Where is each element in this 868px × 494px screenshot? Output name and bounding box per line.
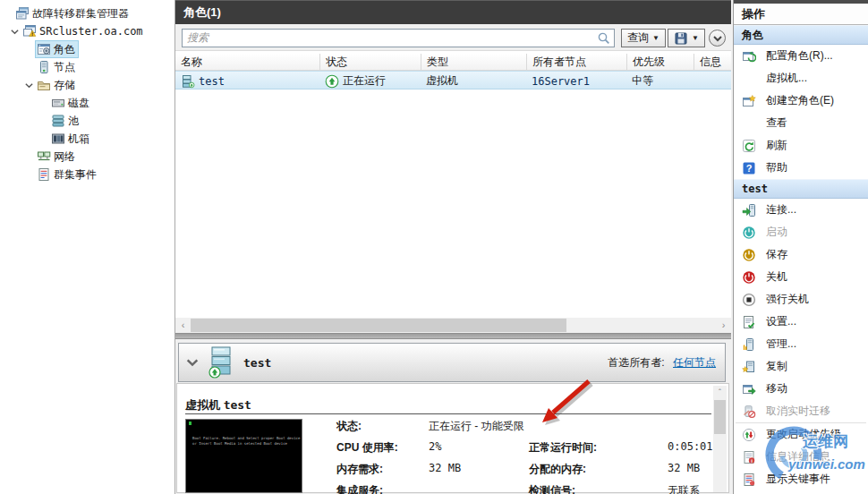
detail-field-label: 正常运行时间: — [529, 440, 597, 456]
table-row[interactable]: test正在运行虚拟机16Server1中等 — [175, 71, 731, 89]
tree-item-磁盘[interactable]: 磁盘 — [0, 94, 174, 112]
collapse-toolbar-button[interactable] — [709, 30, 726, 47]
type-cell: 虚拟机 — [426, 73, 458, 89]
tree-item-池[interactable]: 池 — [0, 112, 174, 130]
tree-expander-spacer — [21, 42, 36, 56]
events-icon — [37, 167, 51, 182]
detail-field-label: 分配的内存: — [529, 462, 586, 477]
detail-field-label: 检测信号: — [529, 483, 575, 494]
vm-details: 虚拟机 test Boot Failure. Reboot and Select… — [176, 383, 729, 493]
tree-item-label: 群集事件 — [54, 167, 97, 183]
tree-item-SRcluster.oa.com[interactable]: SRcluster.oa.com — [0, 22, 174, 40]
roles-table-header: 名称状态类型所有者节点优先级信息 — [175, 54, 731, 71]
action-item-查看[interactable]: 查看 — [734, 112, 868, 134]
column-header-2[interactable]: 状态 — [319, 54, 421, 71]
scrollbar-thumb[interactable] — [191, 319, 566, 332]
tree-item-存储[interactable]: 存储 — [0, 76, 174, 94]
search-placeholder: 搜索 — [183, 30, 597, 46]
tree-expander-icon[interactable] — [21, 78, 36, 92]
action-item-虚拟机[interactable]: 虚拟机... — [734, 67, 868, 89]
action-item-刷新[interactable]: 刷新 — [734, 134, 868, 157]
tree-expander-spacer — [21, 149, 36, 164]
vertical-scrollbar[interactable]: ˆ — [713, 386, 727, 492]
panel-splitter[interactable] — [175, 333, 731, 339]
preferred-owner-link[interactable]: 任何节点 — [673, 356, 716, 369]
cell-status: 正在运行 — [325, 72, 386, 90]
action-item-连接[interactable]: 连接... — [734, 199, 868, 221]
action-item-关机[interactable]: 关机 — [734, 266, 868, 288]
query-button[interactable]: 查询 ▼ — [621, 29, 666, 47]
actions-panel: 操作 角色配置角色(R)...虚拟机...创建空角色(E)查看刷新?帮助test… — [733, 0, 868, 494]
action-item-配置角色(R)[interactable]: 配置角色(R)... — [734, 45, 868, 67]
roles-panel: 角色(1) 搜索 查询 ▼ ▼ 名称状态类型所有者节点优先级信息 test正在运… — [175, 0, 731, 494]
detail-field-label: CPU 使用率: — [336, 440, 398, 456]
action-item-保存[interactable]: 保存 — [734, 243, 868, 266]
actions-section-header-角色[interactable]: 角色 — [734, 25, 868, 45]
enclosure-icon — [51, 132, 65, 146]
action-item-label: 虚拟机... — [766, 71, 807, 86]
cfg-role-icon — [742, 49, 756, 64]
tree-item-群集事件[interactable]: 群集事件 — [0, 166, 174, 183]
actions-list: 角色配置角色(R)...虚拟机...创建空角色(E)查看刷新?帮助test连接.… — [734, 25, 868, 490]
column-header-1[interactable]: 名称 — [175, 54, 319, 71]
status-running-icon — [325, 74, 339, 89]
action-item-label: 帮助 — [766, 160, 787, 175]
vm-console-thumbnail[interactable]: Boot Failure. Reboot and Select proper B… — [185, 419, 302, 493]
tree-item-label: 故障转移群集管理器 — [32, 6, 129, 21]
tree-item-节点[interactable]: 节点 — [0, 58, 174, 76]
manager-icon — [15, 6, 30, 21]
tree-expander-icon[interactable] — [7, 24, 21, 38]
action-item-设置[interactable]: 设置... — [734, 311, 868, 333]
column-header-5[interactable]: 优先级 — [626, 54, 694, 71]
column-header-3[interactable]: 类型 — [421, 54, 526, 71]
action-item-移动[interactable]: 移动 — [734, 378, 868, 400]
move-icon — [742, 382, 756, 396]
action-item-label: 管理... — [766, 336, 796, 352]
column-header-4[interactable]: 所有者节点 — [526, 54, 626, 71]
cell-name: test — [181, 72, 225, 90]
action-item-复制[interactable]: 复制 — [734, 355, 868, 378]
tree-item-故障转移群集管理器[interactable]: 故障转移群集管理器 — [0, 4, 174, 22]
tree-item-机箱[interactable]: 机箱 — [0, 130, 174, 148]
actions-section-header-test[interactable]: test — [734, 179, 868, 199]
scroll-up-icon[interactable]: ˆ — [713, 386, 727, 399]
tree-item-角色[interactable]: 角色 — [0, 40, 174, 58]
action-item-label: 保存 — [766, 247, 787, 262]
action-item-更改启动优先级[interactable]: 更改启动优先级 — [734, 423, 868, 446]
search-input[interactable]: 搜索 — [182, 29, 615, 47]
collapse-detail-button[interactable] — [184, 354, 200, 370]
roles-toolbar: 搜索 查询 ▼ ▼ — [175, 24, 731, 51]
detail-field-value: 2% — [429, 440, 441, 453]
actions-panel-title: 操作 — [734, 4, 868, 25]
tree-item-网络[interactable]: 网络 — [0, 148, 174, 166]
tree-item-label: 池 — [68, 114, 79, 129]
action-item-信息详细信息: i信息详细信息 — [734, 446, 868, 468]
refresh-icon — [742, 139, 756, 153]
action-item-管理[interactable]: 管理... — [734, 333, 868, 355]
failover-cluster-manager-window: 故障转移群集管理器SRcluster.oa.com角色节点存储磁盘池机箱网络群集… — [0, 0, 868, 494]
tree-expander-spacer — [36, 96, 50, 110]
detail-header-bar: test 首选所有者: 任何节点 — [178, 343, 726, 382]
action-item-强行关机[interactable]: 强行关机 — [734, 288, 868, 311]
help-icon: ? — [742, 161, 756, 175]
scroll-left-icon[interactable]: ‹ — [175, 318, 191, 333]
vm-heading-prefix: 虚拟机 — [185, 398, 220, 412]
detail-role-name: test — [243, 356, 271, 370]
search-icon — [597, 31, 611, 46]
action-item-创建空角色(E)[interactable]: 创建空角色(E) — [734, 89, 868, 112]
action-item-label: 启动 — [766, 225, 787, 240]
cluster-tree: 故障转移群集管理器SRcluster.oa.com角色节点存储磁盘池机箱网络群集… — [0, 4, 174, 183]
action-item-帮助[interactable]: ?帮助 — [734, 157, 868, 179]
action-item-label: 配置角色(R)... — [766, 48, 833, 64]
save-query-button[interactable]: ▼ — [668, 29, 705, 47]
priority-cell: 中等 — [632, 73, 653, 89]
roles-icon — [37, 42, 51, 56]
priority-icon — [742, 428, 756, 442]
column-header-6[interactable]: 信息 — [694, 54, 731, 71]
action-item-label: 显示关键事件 — [766, 472, 830, 487]
scroll-right-icon[interactable]: › — [716, 318, 731, 333]
action-item-显示关键事件[interactable]: 显示关键事件 — [734, 468, 868, 490]
console-text-line: or Insert Boot Media in selected Boot de… — [192, 441, 287, 446]
horizontal-scrollbar[interactable]: ‹ › — [175, 318, 731, 333]
scrollbar-thumb[interactable] — [714, 400, 726, 434]
